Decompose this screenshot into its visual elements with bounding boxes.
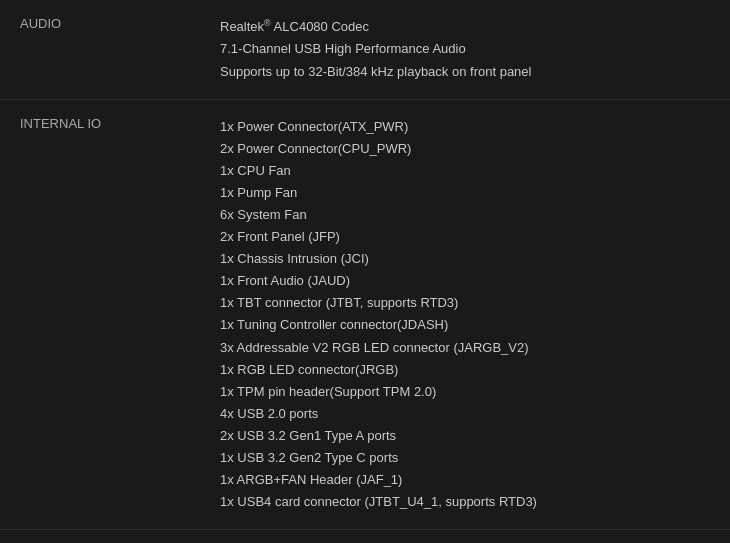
- list-item: 1x Power Connector(ATX_PWR): [220, 116, 710, 138]
- audio-label: AUDIO: [0, 0, 200, 99]
- led-feature-label: LED FEATURE: [0, 530, 200, 543]
- list-item: 1x RGB LED connector(JRGB): [220, 359, 710, 381]
- list-item: 1x Front Audio (JAUD): [220, 270, 710, 292]
- list-item: 1x Tuning Controller connector(JDASH): [220, 314, 710, 336]
- list-item: 2x Front Panel (JFP): [220, 226, 710, 248]
- list-item: 2x Power Connector(CPU_PWR): [220, 138, 710, 160]
- list-item: 1x ARGB+FAN Header (JAF_1): [220, 469, 710, 491]
- list-item: 6x System Fan: [220, 204, 710, 226]
- list-item: 7.1-Channel USB High Performance Audio: [220, 38, 710, 60]
- led-feature-values: 4x EZ Debug LED 1x EZ LED Control switch: [200, 530, 730, 543]
- list-item: 1x Chassis Intrusion (JCI): [220, 248, 710, 270]
- audio-values: Realtek® ALC4080 Codec 7.1-Channel USB H…: [200, 0, 730, 99]
- list-item: 1x USB 3.2 Gen2 Type C ports: [220, 447, 710, 469]
- list-item: 1x TPM pin header(Support TPM 2.0): [220, 381, 710, 403]
- list-item: 4x USB 2.0 ports: [220, 403, 710, 425]
- list-item: 1x USB4 card connector (JTBT_U4_1, suppo…: [220, 491, 710, 513]
- list-item: Realtek® ALC4080 Codec: [220, 16, 710, 38]
- led-feature-section: LED FEATURE 4x EZ Debug LED 1x EZ LED Co…: [0, 530, 730, 543]
- list-item: 1x Pump Fan: [220, 182, 710, 204]
- internal-io-label: INTERNAL IO: [0, 99, 200, 530]
- audio-section: AUDIO Realtek® ALC4080 Codec 7.1-Channel…: [0, 0, 730, 99]
- list-item: 3x Addressable V2 RGB LED connector (JAR…: [220, 337, 710, 359]
- list-item: 2x USB 3.2 Gen1 Type A ports: [220, 425, 710, 447]
- internal-io-section: INTERNAL IO 1x Power Connector(ATX_PWR) …: [0, 99, 730, 530]
- internal-io-values: 1x Power Connector(ATX_PWR) 2x Power Con…: [200, 99, 730, 530]
- list-item: 1x TBT connector (JTBT, supports RTD3): [220, 292, 710, 314]
- list-item: 1x CPU Fan: [220, 160, 710, 182]
- list-item: Supports up to 32-Bit/384 kHz playback o…: [220, 61, 710, 83]
